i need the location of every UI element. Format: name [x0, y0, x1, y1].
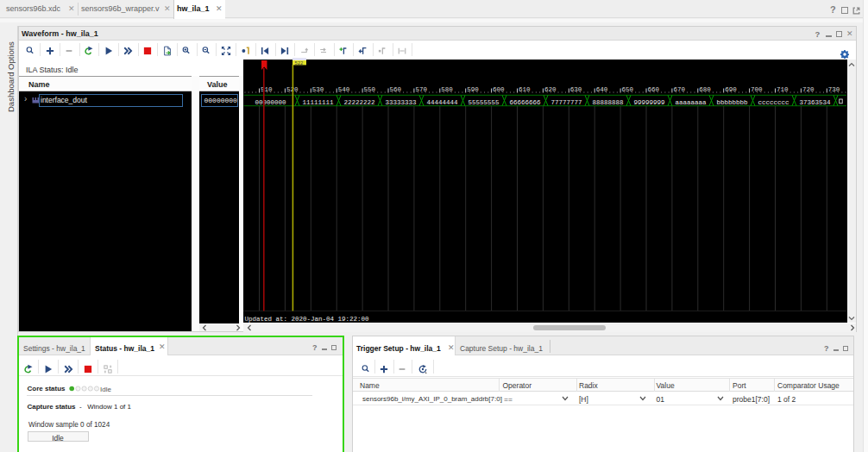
- svg-text:522: 522: [295, 60, 304, 66]
- svg-text:11111111: 11111111: [302, 99, 334, 106]
- svg-text:37363534: 37363534: [799, 99, 831, 106]
- svg-text:Updated at: 2020-Jan-04 19:22:: Updated at: 2020-Jan-04 19:22:00: [245, 316, 370, 323]
- svg-text:88888888: 88888888: [592, 99, 623, 106]
- svg-text:00000000: 00000000: [255, 99, 286, 106]
- svg-text:aaaaaaaa: aaaaaaaa: [675, 99, 707, 106]
- svg-text:99999999: 99999999: [633, 99, 664, 106]
- svg-text:cccccccc: cccccccc: [758, 99, 789, 106]
- svg-text:33333333: 33333333: [385, 99, 417, 106]
- svg-text:77777777: 77777777: [550, 99, 582, 106]
- svg-text:bbbbbbbb: bbbbbbbb: [716, 99, 747, 106]
- svg-text:55555555: 55555555: [468, 99, 500, 106]
- svg-text:22222222: 22222222: [343, 99, 374, 106]
- svg-text:66666666: 66666666: [509, 99, 541, 106]
- svg-text:44444444: 44444444: [426, 99, 458, 106]
